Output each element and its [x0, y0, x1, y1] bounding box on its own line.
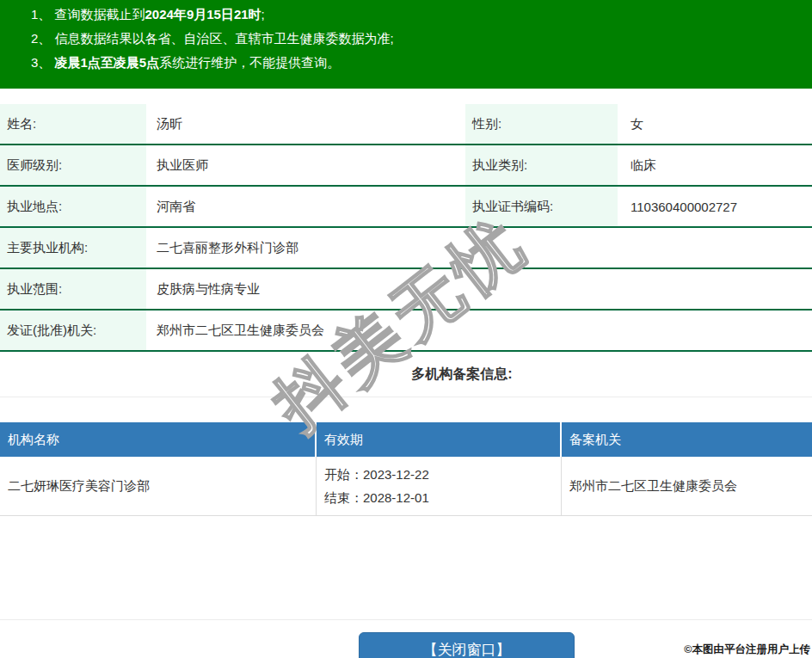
filing-table: 机构名称 有效期 备案机关 二七妍琳医疗美容门诊部 开始：2023-12-22 … [0, 422, 812, 516]
validity-end-date: 2028-12-01 [363, 490, 429, 505]
notice-line-1-end: ; [261, 7, 265, 22]
column-header-validity: 有效期 [317, 422, 562, 457]
practice-scope-value: 皮肤病与性病专业 [146, 269, 812, 309]
notice-line-1-text: 1、 查询数据截止到 [31, 7, 145, 22]
filing-authority-cell: 郑州市二七区卫生健康委员会 [562, 457, 812, 515]
validity-end-label: 结束： [324, 490, 363, 505]
notice-line-3-prefix: 3、 [31, 55, 55, 70]
name-label: 姓名: [0, 104, 146, 144]
certificate-number-label: 执业证书编码: [465, 187, 618, 226]
validity-start-date: 2023-12-22 [363, 467, 429, 482]
close-window-button[interactable]: 【关闭窗口】 [359, 632, 575, 658]
name-value: 汤昕 [146, 104, 465, 144]
table-row-name-gender: 姓名: 汤昕 性别: 女 [0, 104, 812, 145]
notice-banner: 1、 查询数据截止到2024年9月15日21时; 2、 信息数据结果以各省、自治… [0, 0, 812, 89]
gender-label: 性别: [465, 104, 618, 144]
multi-org-filing-heading: 多机构备案信息: [0, 352, 812, 397]
column-header-filing-authority: 备案机关 [562, 422, 812, 457]
notice-line-1: 1、 查询数据截止到2024年9月15日21时; [31, 3, 803, 27]
notice-line-2: 2、 信息数据结果以各省、自治区、直辖市卫生健康委数据为准; [31, 27, 803, 51]
practice-scope-label: 执业范围: [0, 269, 146, 309]
copyright-note: ©本图由平台注册用户上传 [684, 643, 810, 657]
practice-location-value: 河南省 [146, 187, 465, 226]
validity-start-label: 开始： [324, 467, 363, 482]
table-row-level-category: 医师级别: 执业医师 执业类别: 临床 [0, 145, 812, 187]
notice-line-2-text: 2、 信息数据结果以各省、自治区、直辖市卫生健康委数据为准; [31, 31, 394, 46]
footer-separator-line [0, 619, 812, 620]
notice-line-3-end: 系统进行维护，不能提供查询。 [159, 55, 340, 70]
practitioner-info-table: 姓名: 汤昕 性别: 女 医师级别: 执业医师 执业类别: 临床 执业地点: 河… [0, 104, 812, 397]
table-row-main-institution: 主要执业机构: 二七喜丽整形外科门诊部 [0, 228, 812, 269]
validity-end-line: 结束：2028-12-01 [324, 486, 561, 509]
practice-category-label: 执业类别: [465, 145, 618, 185]
column-header-org-name: 机构名称 [0, 422, 317, 457]
table-row-location-certificate: 执业地点: 河南省 执业证书编码: 110360400002727 [0, 187, 812, 228]
notice-line-3: 3、 凌晨1点至凌晨5点系统进行维护，不能提供查询。 [31, 51, 803, 75]
notice-line-3-bold: 凌晨1点至凌晨5点 [55, 55, 160, 70]
filing-table-header: 机构名称 有效期 备案机关 [0, 422, 812, 457]
main-institution-label: 主要执业机构: [0, 228, 146, 268]
main-institution-value: 二七喜丽整形外科门诊部 [146, 228, 812, 268]
filing-table-row: 二七妍琳医疗美容门诊部 开始：2023-12-22 结束：2028-12-01 … [0, 457, 812, 516]
issuing-authority-value: 郑州市二七区卫生健康委员会 [146, 311, 812, 350]
doctor-level-value: 执业医师 [146, 145, 465, 185]
notice-line-1-bold: 2024年9月15日21时 [145, 7, 261, 22]
issuing-authority-label: 发证(批准)机关: [0, 311, 146, 350]
license-query-result-page: 1、 查询数据截止到2024年9月15日21时; 2、 信息数据结果以各省、自治… [0, 0, 812, 658]
validity-start-line: 开始：2023-12-22 [324, 463, 561, 486]
org-name-cell: 二七妍琳医疗美容门诊部 [0, 457, 317, 515]
certificate-number-value: 110360400002727 [618, 187, 812, 226]
gender-value: 女 [618, 104, 812, 144]
practice-location-label: 执业地点: [0, 187, 146, 226]
table-row-practice-scope: 执业范围: 皮肤病与性病专业 [0, 269, 812, 311]
validity-cell: 开始：2023-12-22 结束：2028-12-01 [317, 457, 562, 515]
practice-category-value: 临床 [618, 145, 812, 185]
table-row-issuing-authority: 发证(批准)机关: 郑州市二七区卫生健康委员会 [0, 311, 812, 352]
doctor-level-label: 医师级别: [0, 145, 146, 185]
